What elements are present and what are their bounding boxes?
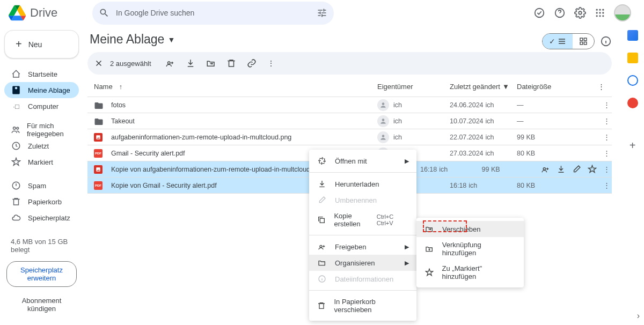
row-menu-button[interactable]: ⋮ — [601, 133, 612, 141]
modified-date: 27.03.2024 — [450, 150, 484, 157]
tasks-app-icon[interactable] — [627, 75, 638, 86]
add-app-button[interactable]: + — [630, 139, 636, 152]
move-icon[interactable] — [206, 58, 216, 68]
trash-icon — [317, 301, 326, 310]
contacts-app-icon[interactable] — [627, 98, 638, 108]
page-title[interactable]: Meine Ablage ▼ — [87, 30, 175, 52]
svg-point-2 — [579, 11, 582, 14]
sort-up-icon[interactable]: ↑ — [119, 83, 123, 91]
offline-icon[interactable] — [533, 7, 545, 19]
sidebar-item-mydrive[interactable]: Meine Ablage — [4, 82, 79, 98]
file-name: Takeout — [111, 117, 135, 125]
owner-name: ich — [393, 117, 402, 125]
close-selection-button[interactable] — [94, 58, 104, 68]
svg-point-4 — [599, 9, 601, 11]
file-row[interactable]: aufgabeninformationen-zum-remote-upload-… — [87, 129, 612, 145]
search-bar[interactable]: In Google Drive suchen — [92, 2, 334, 25]
row-menu-button[interactable]: ⋮ — [601, 149, 612, 157]
arrow-right-icon: ▶ — [405, 243, 409, 250]
svg-point-13 — [17, 127, 19, 129]
expand-storage-button[interactable]: Speicherplatz erweitern — [6, 261, 77, 287]
col-menu[interactable]: ⋮ — [590, 83, 612, 91]
svg-point-10 — [599, 15, 601, 17]
arrow-right-icon: ▶ — [405, 260, 409, 267]
drive-icon — [11, 85, 21, 95]
chevron-down-icon[interactable]: ▼ — [502, 83, 509, 91]
download-icon[interactable] — [557, 165, 566, 174]
logo-area[interactable]: Drive — [9, 4, 92, 21]
ctx-organize[interactable]: Organisieren▶ — [309, 255, 416, 271]
sidebar-item-spam[interactable]: Spam — [4, 178, 79, 194]
grid-icon — [579, 37, 588, 46]
grid-view-button[interactable] — [573, 34, 594, 49]
more-icon[interactable]: ⋮ — [267, 59, 275, 68]
col-owner[interactable]: Eigentümer — [377, 83, 450, 91]
file-row[interactable]: fotosich24.06.2024ich—⋮ — [87, 97, 612, 113]
svg-rect-18 — [580, 42, 583, 45]
info-icon[interactable] — [600, 35, 612, 47]
link-icon[interactable] — [247, 58, 257, 68]
sidebar-item-computers[interactable]: ·□Computer — [4, 98, 79, 114]
check-icon: ✓ — [549, 37, 555, 46]
delete-icon[interactable] — [226, 58, 236, 68]
sidebar-item-recent[interactable]: Zuletzt — [4, 138, 79, 154]
sidebar-item-trash[interactable]: Papierkorb — [4, 194, 79, 210]
row-menu-button[interactable]: ⋮ — [602, 165, 612, 173]
submenu-shortcut[interactable]: Verknüpfung hinzufügen — [416, 237, 524, 261]
download-icon[interactable] — [186, 58, 195, 68]
file-row[interactable]: Takeoutich10.07.2024ich—⋮ — [87, 113, 612, 129]
home-icon — [11, 69, 21, 79]
pencil-icon[interactable] — [572, 165, 581, 174]
sidebar: + Neu Startseite Meine Ablage ·□Computer… — [0, 26, 83, 325]
star-icon[interactable] — [588, 165, 597, 174]
content-area: Meine Ablage ▼ ✓ 2 ausgewählt ⋮ Name↑ — [83, 26, 620, 325]
col-modified[interactable]: Zuletzt geändert — [450, 83, 500, 91]
ctx-download[interactable]: Herunterladen — [309, 176, 416, 192]
file-name: Kopie von Gmail - Security alert.pdf — [111, 182, 217, 189]
search-icon — [99, 8, 109, 18]
help-icon[interactable] — [554, 7, 566, 19]
drive-logo-icon — [9, 4, 26, 21]
collapse-panel-icon[interactable]: › — [637, 311, 640, 321]
search-tune-icon[interactable] — [317, 8, 327, 18]
modified-date: 22.07.2024 — [450, 134, 484, 141]
modified-date: 10.07.2024 — [450, 117, 484, 125]
list-view-button[interactable]: ✓ — [543, 34, 573, 49]
submenu-move[interactable]: Verschieben — [416, 221, 524, 237]
svg-point-11 — [602, 15, 604, 17]
new-button[interactable]: + Neu — [4, 30, 79, 58]
sidebar-item-starred[interactable]: Markiert — [4, 154, 79, 170]
gear-icon[interactable] — [574, 7, 586, 19]
keep-app-icon[interactable] — [627, 53, 638, 63]
sidebar-item-home[interactable]: Startseite — [4, 66, 79, 82]
svg-point-27 — [543, 168, 545, 170]
apps-icon[interactable] — [595, 8, 605, 18]
share-icon[interactable] — [165, 58, 175, 68]
download-icon — [317, 180, 327, 188]
ctx-share[interactable]: Freigeben▶ — [309, 239, 416, 255]
owner-name: ich — [393, 101, 402, 109]
modified-date: 16:18 — [420, 166, 437, 173]
sidebar-item-shared[interactable]: Für mich freigegeben — [4, 122, 79, 138]
ctx-trash[interactable]: In Papierkorb verschieben — [309, 294, 416, 317]
svg-rect-29 — [320, 218, 325, 223]
submenu-star[interactable]: Zu „Markiert" hinzufügen — [416, 261, 524, 284]
selection-count: 2 ausgewählt — [110, 60, 151, 68]
file-name: aufgabeninformationen-zum-remote-upload-… — [111, 134, 291, 141]
row-menu-button[interactable]: ⋮ — [601, 101, 612, 109]
trash-icon — [11, 197, 21, 206]
ctx-open-with[interactable]: Öffnen mit▶ — [309, 153, 416, 169]
col-size[interactable]: Dateigröße — [517, 83, 581, 91]
avatar[interactable] — [614, 4, 631, 21]
devices-icon: ·□ — [11, 102, 21, 110]
cancel-subscription-link[interactable]: Abonnement kündigen — [4, 290, 79, 319]
sidebar-item-storage[interactable]: Speicherplatz — [4, 210, 79, 226]
svg-point-22 — [382, 102, 385, 105]
col-name[interactable]: Name — [94, 83, 113, 91]
row-menu-button[interactable]: ⋮ — [601, 181, 612, 189]
row-menu-button[interactable]: ⋮ — [601, 117, 612, 125]
ctx-copy[interactable]: Kopie erstellenCtrl+C Ctrl+V — [309, 208, 416, 232]
arrow-right-icon: ▶ — [405, 158, 409, 165]
calendar-app-icon[interactable] — [627, 30, 638, 41]
share-icon[interactable] — [541, 165, 550, 174]
